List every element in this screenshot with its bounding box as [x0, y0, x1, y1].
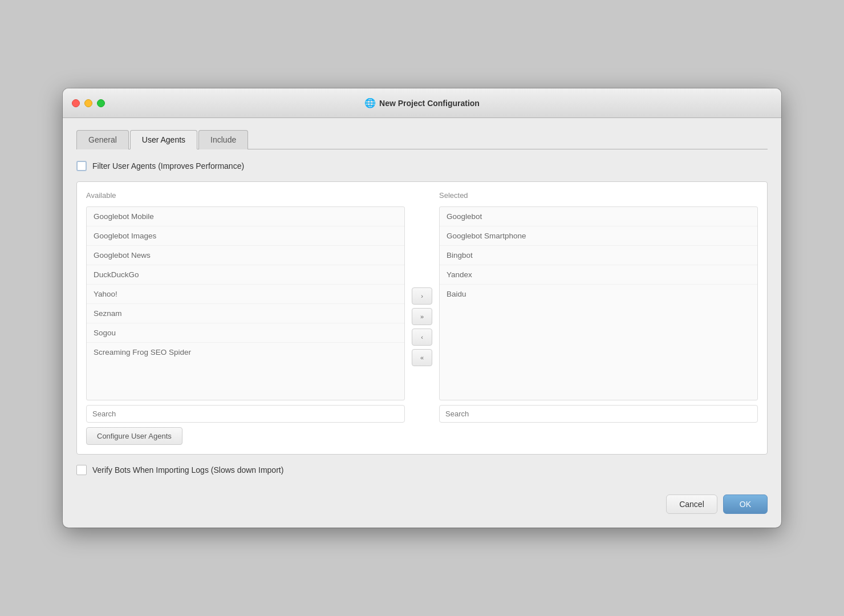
- bottom-buttons: Cancel OK: [76, 492, 768, 514]
- window-title: 🌐 New Project Configuration: [364, 98, 480, 108]
- available-section: Available Googlebot Mobile Googlebot Ima…: [86, 191, 405, 445]
- verify-checkbox[interactable]: [76, 465, 87, 475]
- lists-panel: Available Googlebot Mobile Googlebot Ima…: [76, 181, 768, 455]
- available-list-wrapper: Googlebot Mobile Googlebot Images Google…: [86, 206, 405, 400]
- list-item[interactable]: Seznam: [87, 304, 404, 323]
- tab-user-agents[interactable]: User Agents: [130, 130, 197, 149]
- verify-label: Verify Bots When Importing Logs (Slows d…: [92, 465, 283, 475]
- verify-row: Verify Bots When Importing Logs (Slows d…: [76, 465, 768, 475]
- transfer-buttons: › » ‹ «: [412, 270, 432, 366]
- configure-user-agents-button[interactable]: Configure User Agents: [86, 427, 182, 445]
- available-label: Available: [86, 191, 405, 200]
- ok-button[interactable]: OK: [723, 495, 768, 514]
- list-item[interactable]: Baidu: [440, 285, 757, 303]
- cancel-button[interactable]: Cancel: [666, 495, 717, 514]
- minimize-button[interactable]: [84, 99, 92, 107]
- close-button[interactable]: [72, 99, 80, 107]
- filter-label: Filter User Agents (Improves Performance…: [92, 161, 244, 171]
- list-item[interactable]: Yandex: [440, 265, 757, 285]
- remove-one-button[interactable]: ‹: [412, 329, 432, 346]
- add-all-button[interactable]: »: [412, 308, 432, 325]
- list-item[interactable]: Yahoo!: [87, 285, 404, 304]
- list-item[interactable]: Bingbot: [440, 246, 757, 265]
- titlebar: 🌐 New Project Configuration: [63, 88, 781, 118]
- filter-checkbox[interactable]: [76, 161, 87, 171]
- traffic-lights: [72, 99, 105, 107]
- filter-row: Filter User Agents (Improves Performance…: [76, 161, 768, 171]
- tab-include[interactable]: Include: [198, 130, 248, 149]
- main-window: 🌐 New Project Configuration General User…: [63, 88, 781, 528]
- selected-label: Selected: [439, 191, 758, 200]
- list-item[interactable]: Sogou: [87, 323, 404, 343]
- selected-list[interactable]: Googlebot Googlebot Smartphone Bingbot Y…: [439, 206, 758, 400]
- list-item[interactable]: Googlebot Images: [87, 226, 404, 246]
- app-icon: 🌐: [364, 98, 376, 108]
- add-one-button[interactable]: ›: [412, 287, 432, 305]
- tab-bar: General User Agents Include: [76, 129, 768, 149]
- remove-all-button[interactable]: «: [412, 349, 432, 366]
- maximize-button[interactable]: [97, 99, 105, 107]
- available-list[interactable]: Googlebot Mobile Googlebot Images Google…: [86, 206, 405, 400]
- window-content: General User Agents Include Filter User …: [63, 118, 781, 528]
- selected-list-wrapper: Googlebot Googlebot Smartphone Bingbot Y…: [439, 206, 758, 400]
- tab-general[interactable]: General: [76, 130, 129, 149]
- available-search-input[interactable]: [86, 405, 405, 423]
- selected-section: Selected Googlebot Googlebot Smartphone …: [439, 191, 758, 423]
- selected-search-input[interactable]: [439, 405, 758, 423]
- list-item[interactable]: Googlebot Mobile: [87, 207, 404, 226]
- list-item[interactable]: Screaming Frog SEO Spider: [87, 343, 404, 362]
- list-item[interactable]: Googlebot News: [87, 246, 404, 265]
- list-item[interactable]: DuckDuckGo: [87, 265, 404, 285]
- lists-inner: Available Googlebot Mobile Googlebot Ima…: [86, 191, 758, 445]
- list-item[interactable]: Googlebot: [440, 207, 757, 226]
- list-item[interactable]: Googlebot Smartphone: [440, 226, 757, 246]
